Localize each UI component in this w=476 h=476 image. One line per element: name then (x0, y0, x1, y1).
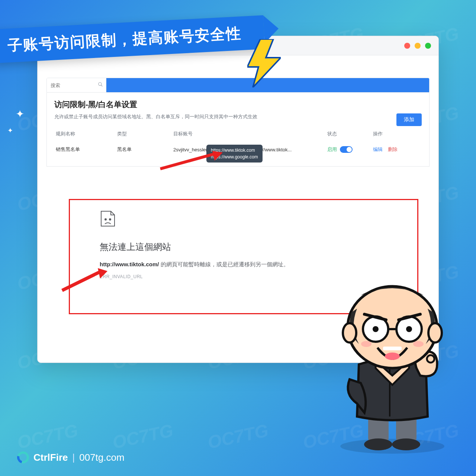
panel-title: 访问限制-黑/白名单设置 (54, 99, 422, 110)
table-header: 规则名称 类型 目标账号 状态 操作 (54, 126, 422, 142)
col-target: 目标账号 (173, 131, 247, 137)
search-input[interactable] (47, 78, 106, 92)
col-type: 类型 (117, 131, 170, 137)
separator: | (72, 452, 75, 463)
cell-ops: 编辑 删除 (373, 146, 420, 153)
search-icon (98, 82, 103, 89)
error-title: 無法連上這個網站 (100, 241, 387, 253)
edit-link[interactable]: 编辑 (373, 146, 383, 153)
svg-marker-0 (247, 39, 281, 87)
svg-point-16 (343, 323, 356, 342)
svg-point-1 (99, 83, 102, 86)
svg-point-12 (364, 438, 392, 450)
cell-name: 销售黑名单 (56, 146, 113, 153)
svg-rect-24 (383, 347, 402, 350)
col-ops: 操作 (373, 131, 420, 137)
delete-link[interactable]: 删除 (388, 146, 398, 153)
arrow-icon (59, 267, 107, 293)
close-dot-icon[interactable] (404, 43, 410, 49)
svg-point-23 (385, 353, 400, 360)
svg-point-21 (373, 326, 379, 332)
sad-page-icon (100, 210, 387, 229)
svg-point-26 (413, 341, 424, 347)
svg-point-25 (361, 341, 372, 347)
panel-description: 允许或禁止子账号成员访问某些域名地址。黑、白名单互斥，同一时间只支持其中一种方式… (54, 113, 257, 120)
svg-point-13 (392, 438, 420, 450)
svg-point-9 (340, 439, 444, 454)
svg-line-2 (101, 85, 103, 87)
svg-point-6 (109, 219, 111, 220)
svg-point-17 (428, 323, 442, 342)
maximize-dot-icon[interactable] (425, 43, 431, 49)
site-url: 007tg.com (79, 452, 124, 463)
cell-status: 启用 (327, 146, 369, 153)
svg-marker-4 (212, 151, 223, 161)
col-status: 状态 (327, 131, 369, 137)
svg-line-3 (160, 154, 214, 169)
arrow-icon (157, 150, 223, 173)
svg-line-7 (62, 272, 100, 290)
svg-point-5 (105, 219, 106, 220)
error-message: http://www.tiktok.com/ 的網頁可能暫時離線，或是已經遷移到… (100, 261, 387, 268)
svg-point-14 (427, 355, 434, 363)
brand-name: CtrlFire (33, 452, 68, 463)
svg-point-22 (406, 326, 412, 332)
minimize-dot-icon[interactable] (415, 43, 421, 49)
col-name: 规则名称 (56, 131, 113, 137)
add-button[interactable]: 添加 (396, 113, 422, 126)
status-toggle[interactable] (340, 146, 353, 153)
lightning-icon (247, 39, 281, 87)
logo-icon (15, 449, 31, 466)
svg-marker-8 (98, 268, 107, 279)
footer: CtrlFire | 007tg.com (17, 451, 125, 463)
mascot-character (324, 268, 461, 454)
